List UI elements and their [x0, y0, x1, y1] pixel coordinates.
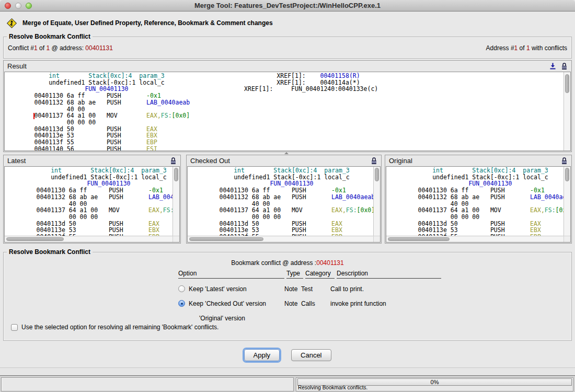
latest-horizontal-scrollbar[interactable]: [5, 236, 172, 242]
scrollbar-corner: [564, 236, 570, 242]
use-for-all-checkbox[interactable]: [11, 324, 18, 331]
table-row: Keep 'Checked Out' version Note Calls in…: [178, 299, 443, 308]
status-right-panel: 0% Resolving Bookmark conflicts.: [296, 377, 573, 391]
checked-out-panel-title: Checked Out: [190, 157, 371, 165]
address-conflict-counter: Address #1 of 1 with conflicts: [486, 44, 567, 52]
minimize-button[interactable]: [15, 3, 21, 9]
lock-icon[interactable]: [170, 157, 177, 165]
result-panel-body: int Stack[0xc]:4 param_3 XREF[1]: 004011…: [4, 72, 571, 151]
merge-tool-window: Merge Tool: Features_DevTestProject:/Win…: [0, 0, 575, 392]
title-bar[interactable]: Merge Tool: Features_DevTestProject:/Win…: [0, 0, 575, 11]
original-horizontal-scrollbar[interactable]: [386, 236, 564, 242]
latest-vertical-scroll-thumb[interactable]: [174, 168, 178, 181]
original-panel: Original int Stack[0xc]:4 param_3: [385, 155, 572, 244]
checked-out-listing-viewport[interactable]: int Stack[0xc]:4 param_3 XREF[1]: 004011…: [188, 167, 373, 236]
result-listing: int Stack[0xc]:4 param_3 XREF[1]: 004011…: [5, 72, 564, 151]
merge-header-message: Merge of Equate, User Defined Property, …: [22, 19, 273, 27]
description-cell: invoke print function: [330, 300, 435, 307]
dialog-button-row: Apply Cancel: [0, 349, 575, 361]
lock-icon[interactable]: [371, 157, 377, 165]
bookmark-options-table: Option Type Category Description Keep 'L…: [178, 270, 443, 322]
original-horizontal-scroll-thumb[interactable]: [388, 237, 450, 241]
type-column-header: Type: [286, 270, 303, 279]
go-to-conflict-icon[interactable]: [549, 62, 557, 70]
original-listing: int Stack[0xc]:4 param_3 XREF[1]: 004011…: [386, 167, 564, 236]
cancel-button[interactable]: Cancel: [291, 349, 331, 361]
checked-out-listing: int Stack[0xc]:4 param_3 XREF[1]: 004011…: [188, 167, 373, 236]
result-panel-title: Result: [7, 62, 549, 70]
checked-out-vertical-scrollbar[interactable]: [373, 167, 380, 236]
category-column-header: Category: [305, 270, 335, 279]
apply-button[interactable]: Apply: [244, 349, 280, 361]
use-for-all-label[interactable]: Use the selected option for resolving al…: [21, 324, 218, 331]
result-panel: Result: [3, 60, 572, 152]
latest-panel-body: int Stack[0xc]:4 param_3 XREF[1]: 004011…: [4, 166, 180, 243]
original-panel-header: Original: [385, 155, 571, 166]
original-vertical-scroll-thumb[interactable]: [565, 168, 569, 181]
close-button[interactable]: [5, 3, 11, 9]
original-vertical-scrollbar[interactable]: [564, 167, 570, 236]
table-header-row: Option Type Category Description: [178, 270, 443, 279]
status-bar: 0% Resolving Bookmark conflicts.: [0, 375, 575, 392]
keep-checked-out-radio[interactable]: [178, 300, 185, 307]
category-cell: Test: [301, 285, 330, 293]
resolve-conflict-groupbox-bottom: Resolve Bookmark Conflict Bookmark confl…: [3, 252, 572, 341]
status-left-panel: [1, 377, 294, 391]
resolve-conflict-groupbox-top: Resolve Bookmark Conflict Conflict #1 of…: [3, 37, 572, 59]
conflict-counter: Conflict #1 of 1 @ address: 00401131: [8, 44, 113, 52]
checked-out-horizontal-scrollbar[interactable]: [188, 236, 373, 242]
category-cell: Calls: [301, 300, 330, 307]
scrollbar-corner: [172, 236, 179, 242]
window-title: Merge Tool: Features_DevTestProject:/Win…: [52, 0, 523, 11]
listing-cursor: [33, 113, 34, 119]
result-panel-header: Result: [4, 61, 571, 72]
original-listing-viewport[interactable]: int Stack[0xc]:4 param_3 XREF[1]: 004011…: [386, 167, 564, 236]
lock-icon[interactable]: [561, 157, 568, 165]
description-column-header: Description: [337, 270, 441, 279]
original-panel-title: Original: [389, 157, 561, 165]
merge-header: Merge of Equate, User Defined Property, …: [6, 17, 273, 29]
original-version-label: 'Original' version: [199, 315, 245, 322]
latest-panel: Latest int Stack[0xc]:4 param_3 X: [3, 155, 181, 244]
use-for-all-row: Use the selected option for resolving al…: [11, 324, 218, 331]
original-panel-body: int Stack[0xc]:4 param_3 XREF[1]: 004011…: [386, 166, 571, 243]
latest-listing: int Stack[0xc]:4 param_3 XREF[1]: 004011…: [5, 167, 172, 236]
bookmark-conflict-address: Bookmark conflict @ address :00401131: [4, 259, 571, 267]
message-strip: [0, 367, 575, 375]
checked-out-horizontal-scroll-thumb[interactable]: [189, 237, 263, 241]
lock-icon[interactable]: [561, 62, 568, 70]
latest-listing-viewport[interactable]: int Stack[0xc]:4 param_3 XREF[1]: 004011…: [5, 167, 172, 236]
description-cell: Call to print.: [330, 285, 435, 293]
checked-out-panel-body: int Stack[0xc]:4 param_3 XREF[1]: 004011…: [187, 166, 381, 243]
keep-latest-label[interactable]: Keep 'Latest' version: [189, 285, 247, 293]
groupbox-bottom-label: Resolve Bookmark Conflict: [7, 248, 93, 256]
scrollbar-corner: [373, 236, 380, 242]
result-listing-viewport[interactable]: int Stack[0xc]:4 param_3 XREF[1]: 004011…: [5, 72, 564, 151]
keep-checked-out-label[interactable]: Keep 'Checked Out' version: [189, 300, 266, 307]
checked-out-panel-header: Checked Out: [187, 155, 381, 166]
table-row: Keep 'Latest' version Note Test Call to …: [178, 284, 443, 293]
zoom-button[interactable]: [26, 3, 32, 9]
checked-out-vertical-scroll-thumb[interactable]: [375, 168, 379, 181]
table-row: 'Original' version: [178, 314, 443, 322]
latest-horizontal-scroll-thumb[interactable]: [6, 237, 64, 241]
status-message: Resolving Bookmark conflicts.: [298, 385, 367, 390]
type-cell: Note: [284, 285, 301, 293]
keep-latest-radio[interactable]: [178, 285, 185, 292]
option-column-header: Option: [178, 270, 284, 279]
merge-warning-icon: [6, 18, 17, 29]
type-cell: Note: [284, 300, 301, 307]
result-vertical-scroll-thumb[interactable]: [565, 74, 569, 93]
checked-out-panel: Checked Out int Stack[0xc]:4 param_3: [186, 155, 382, 244]
latest-panel-header: Latest: [4, 155, 180, 166]
result-vertical-scrollbar[interactable]: [564, 72, 570, 151]
latest-panel-title: Latest: [7, 157, 170, 165]
latest-vertical-scrollbar[interactable]: [172, 167, 179, 236]
groupbox-top-label: Resolve Bookmark Conflict: [7, 33, 93, 40]
